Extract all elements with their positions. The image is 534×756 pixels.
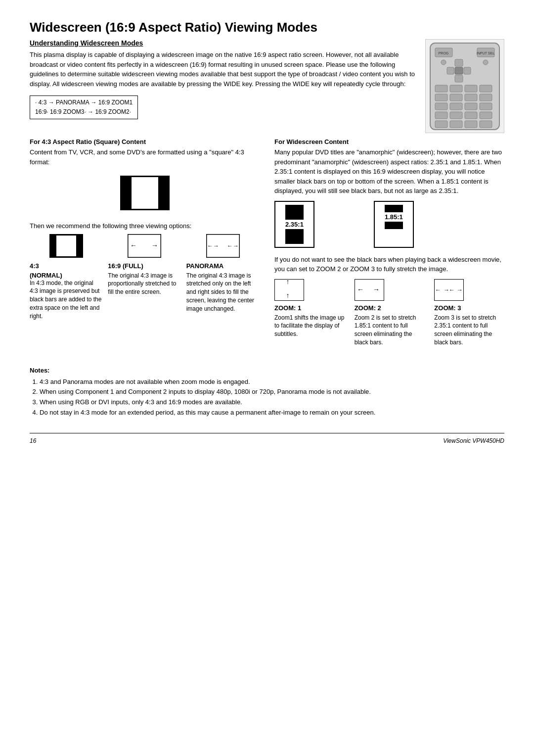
svg-rect-7 [455,59,463,66]
svg-rect-24 [435,112,447,119]
svg-rect-8 [455,67,463,74]
svg-rect-31 [480,121,492,128]
option-169-label: 16:9 (FULL) [108,262,181,270]
footer-page-number: 16 [30,437,36,444]
ratio-185: 1.85:1 [374,201,414,248]
svg-rect-17 [450,94,462,101]
svg-rect-28 [435,121,447,128]
svg-rect-26 [465,112,477,119]
zoom2-item: ← → ZOOM: 2 Zoom 2 is set to stretch 1.8… [355,279,425,347]
svg-rect-27 [480,112,492,119]
svg-rect-13 [450,85,462,92]
zoom3-item: ← → ← → ZOOM: 3 Zoom 3 is set to stretch… [434,279,504,347]
svg-rect-29 [450,121,462,128]
svg-rect-20 [435,103,447,110]
header-section: Understanding Widescreen Modes This plas… [30,39,504,133]
left-column: For 4:3 Aspect Ratio (Square) Content Co… [30,138,260,352]
option-169-full: ← → 16:9 (FULL) The original 4:3 image i… [108,234,181,321]
zoom3-desc: Zoom 3 is set to stretch 2.35:1 content … [434,314,504,347]
note-3: When using RGB or DVI inputs, only 4:3 a… [40,397,504,408]
zoom2-diagram: ← → [355,279,384,301]
option-43-normal: 4:3 (NORMAL) In 4:3 mode, the original 4… [30,234,103,321]
left-col-body: Content from TV, VCR, and some DVD's are… [30,147,260,167]
right-col-body1: Many popular DVD titles are "anamorphic"… [274,147,504,196]
svg-rect-10 [447,67,454,74]
option-panorama-label: PANORAMA [186,262,260,270]
svg-rect-33 [56,236,76,256]
notes-list: 4:3 and Panorama modes are not available… [40,377,504,418]
big-square-tv [120,176,170,210]
svg-text:←: ← [357,285,364,293]
ratio-235: 2.35:1 [274,201,314,248]
page-title: Widescreen (16:9 Aspect Ratio) Viewing M… [30,20,504,35]
footer-model: ViewSonic VPW450HD [443,437,504,444]
footer-rule [30,433,504,433]
svg-rect-9 [455,75,463,82]
svg-text:→: → [373,285,380,293]
white-center [132,177,158,209]
right-col-body2: If you do not want to see the black bars… [274,255,504,274]
svg-point-6 [483,60,488,65]
footer: 16 ViewSonic VPW450HD [30,437,504,444]
tv-43-normal-diagram [49,234,83,258]
zoom1-desc: Zoom1 shifts the image up to facilitate … [274,314,345,338]
option-43-desc: In 4:3 mode, the original 4:3 image is p… [30,279,103,321]
note-1: 4:3 and Panorama modes are not available… [40,377,504,387]
zoom2-desc: Zoom 2 is set to stretch 1.85:1 content … [355,314,425,347]
svg-rect-30 [465,121,477,128]
left-black-bar [122,177,132,209]
svg-rect-12 [435,85,447,92]
svg-rect-15 [480,85,492,92]
option-panorama: ←→ ←→ PANORAMA The original 4:3 image is… [186,234,260,321]
svg-text:INPUT SEL: INPUT SEL [477,51,494,55]
svg-text:←→: ←→ [207,242,219,249]
tv-169-full-diagram: ← → [128,234,161,258]
svg-rect-16 [435,94,447,101]
aspect-ratio-diagrams: 2.35:1 1.85:1 [274,201,504,248]
svg-rect-18 [465,94,477,101]
left-col-heading: For 4:3 Aspect Ratio (Square) Content [30,138,260,145]
svg-rect-22 [465,103,477,110]
section1-body: This plasma display is capable of displa… [30,50,415,89]
svg-text:↑: ↑ [286,291,290,299]
zoom3-label: ZOOM: 3 [434,304,504,312]
option-43-label: 4:3 [30,262,103,270]
cycle-line2: 16:9· 16:9 ZOOM3· → 16:9 ZOOM2· [35,107,133,117]
cycle-line1: · 4:3 → PANORAMA → 16:9 ZOOM1 [35,98,133,107]
zoom1-diagram: ↑ ↑ [274,279,304,301]
svg-rect-21 [450,103,462,110]
square-content-diagram [30,172,260,214]
remote-control-image: PROG INPUT SEL [425,39,504,133]
svg-rect-25 [450,112,462,119]
right-col-heading: For Widescreen Content [274,138,504,145]
remote-control-svg: PROG INPUT SEL [428,41,502,132]
zoom3-diagram: ← → ← → [434,279,464,301]
zoom-options: ↑ ↑ ZOOM: 1 Zoom1 shifts the image up to… [274,279,504,347]
svg-text:←→: ←→ [227,242,239,249]
svg-text:←: ← [130,241,137,249]
option-43-sublabel: (NORMAL) [30,272,103,279]
zoom1-item: ↑ ↑ ZOOM: 1 Zoom1 shifts the image up to… [274,279,345,347]
zoom2-label: ZOOM: 2 [355,304,425,312]
svg-point-5 [441,60,446,65]
three-options: 4:3 (NORMAL) In 4:3 mode, the original 4… [30,234,260,321]
svg-rect-23 [480,103,492,110]
svg-text:←: ← [449,286,455,293]
svg-text:↑: ↑ [286,279,290,285]
note-4: Do not stay in 4:3 mode for an extended … [40,408,504,418]
ratio-235-label: 2.35:1 [285,221,304,228]
option-169-desc: The original 4:3 image is proportionally… [108,272,181,296]
right-black-bar [158,177,168,209]
right-column: For Widescreen Content Many popular DVD … [274,138,504,352]
svg-text:←: ← [435,286,441,293]
svg-rect-19 [480,94,492,101]
notes-heading: Notes: [30,367,504,374]
cycle-diagram: · 4:3 → PANORAMA → 16:9 ZOOM1 16:9· 16:9… [30,95,138,119]
option-panorama-desc: The original 4:3 image is stretched only… [186,272,260,313]
svg-text:PROG: PROG [439,51,449,55]
two-column-content: For 4:3 Aspect Ratio (Square) Content Co… [30,138,504,352]
svg-text:→: → [457,286,463,293]
notes-section: Notes: 4:3 and Panorama modes are not av… [30,367,504,418]
svg-rect-14 [465,85,477,92]
left-col-body2: Then we recommend the following three vi… [30,221,260,231]
